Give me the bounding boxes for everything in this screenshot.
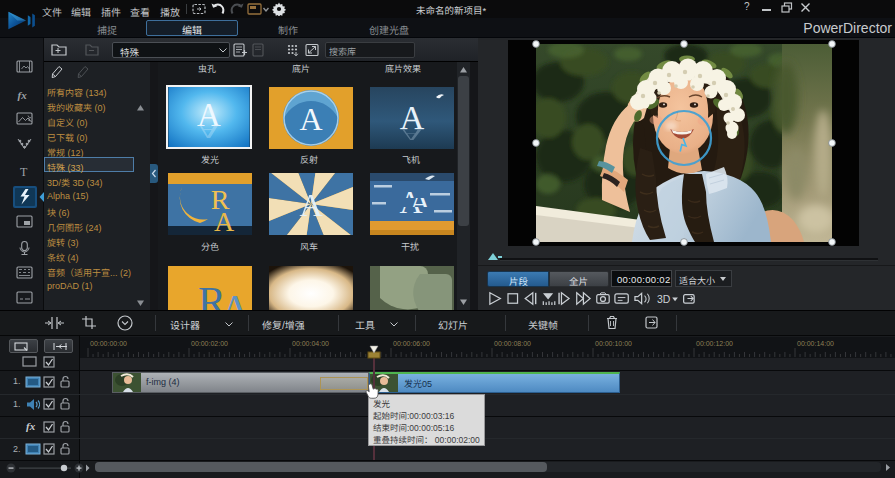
svg-text:fx: fx bbox=[18, 89, 28, 101]
svg-text:A: A bbox=[197, 121, 221, 141]
svg-text:A: A bbox=[400, 125, 425, 144]
svg-text:A: A bbox=[214, 206, 235, 235]
svg-text:A: A bbox=[299, 187, 322, 223]
svg-text:A: A bbox=[220, 287, 251, 310]
svg-text:3D: 3D bbox=[657, 294, 671, 305]
svg-text:A: A bbox=[299, 101, 322, 137]
svg-text:T: T bbox=[20, 165, 28, 179]
